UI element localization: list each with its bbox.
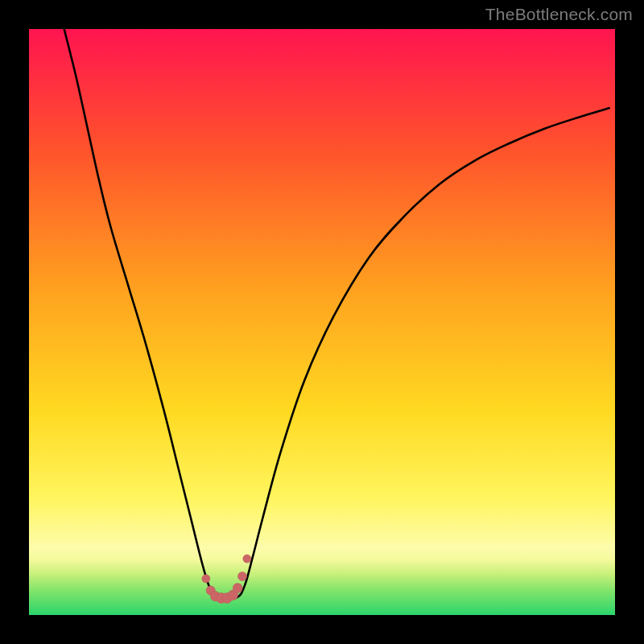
trough-marker <box>233 584 242 593</box>
watermark-text: TheBottleneck.com <box>485 5 633 24</box>
plot-area <box>29 29 615 615</box>
trough-marker <box>202 575 210 583</box>
chart-stage: TheBottleneck.com <box>0 0 644 644</box>
gradient-background <box>29 29 615 615</box>
bottleneck-chart <box>29 29 615 615</box>
trough-marker <box>243 555 251 563</box>
trough-marker <box>237 572 246 580</box>
